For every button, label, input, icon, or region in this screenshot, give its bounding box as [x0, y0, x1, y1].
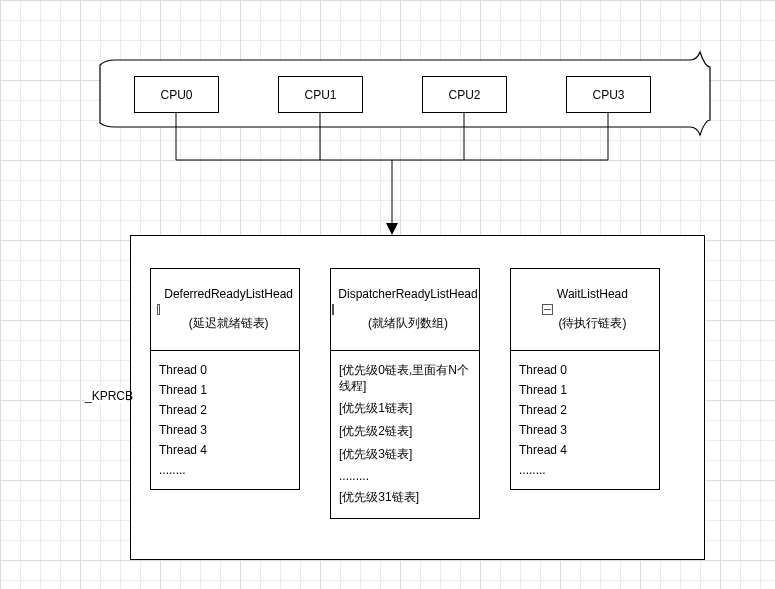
deferred-title: DeferredReadyListHead	[164, 287, 293, 301]
kprcb-label: _KPRCB	[85, 389, 127, 403]
list-item: Thread 4	[519, 443, 651, 457]
list-item: .........	[339, 469, 471, 483]
dispatcher-subtitle: (就绪队列数组)	[338, 315, 477, 332]
collapse-icon	[332, 304, 334, 315]
list-item: [优先级3链表]	[339, 446, 471, 463]
dispatcher-list-header: DispatcherReadyListHead (就绪队列数组)	[331, 269, 479, 351]
cpu2-node: CPU2	[422, 76, 507, 113]
list-item: Thread 0	[159, 363, 291, 377]
cpu2-label: CPU2	[448, 88, 480, 102]
list-item: [优先级2链表]	[339, 423, 471, 440]
deferred-subtitle: (延迟就绪链表)	[164, 315, 293, 332]
cpu1-node: CPU1	[278, 76, 363, 113]
wait-list: WaitListHead (待执行链表) Thread 0 Thread 1 T…	[510, 268, 660, 490]
deferred-list: DeferredReadyListHead (延迟就绪链表) Thread 0 …	[150, 268, 300, 490]
deferred-list-header: DeferredReadyListHead (延迟就绪链表)	[151, 269, 299, 351]
cpu3-node: CPU3	[566, 76, 651, 113]
list-item: ........	[159, 463, 291, 477]
wait-title: WaitListHead	[557, 287, 628, 301]
list-item: Thread 1	[159, 383, 291, 397]
wait-subtitle: (待执行链表)	[557, 315, 628, 332]
cpu3-label: CPU3	[592, 88, 624, 102]
list-item: Thread 1	[519, 383, 651, 397]
list-item: [优先级1链表]	[339, 400, 471, 417]
cpu0-label: CPU0	[160, 88, 192, 102]
dispatcher-list: DispatcherReadyListHead (就绪队列数组) [优先级0链表…	[330, 268, 480, 519]
list-item: Thread 3	[159, 423, 291, 437]
list-item: ........	[519, 463, 651, 477]
dispatcher-title: DispatcherReadyListHead	[338, 287, 477, 301]
list-item: [优先级31链表]	[339, 489, 471, 506]
collapse-icon	[542, 304, 553, 315]
cpu0-node: CPU0	[134, 76, 219, 113]
wait-list-header: WaitListHead (待执行链表)	[511, 269, 659, 351]
cpu1-label: CPU1	[304, 88, 336, 102]
list-item: Thread 2	[519, 403, 651, 417]
list-item: Thread 4	[159, 443, 291, 457]
list-item: [优先级0链表,里面有N个线程]	[339, 363, 471, 394]
list-item: Thread 2	[159, 403, 291, 417]
list-item: Thread 3	[519, 423, 651, 437]
list-item: Thread 0	[519, 363, 651, 377]
collapse-icon	[157, 304, 160, 315]
